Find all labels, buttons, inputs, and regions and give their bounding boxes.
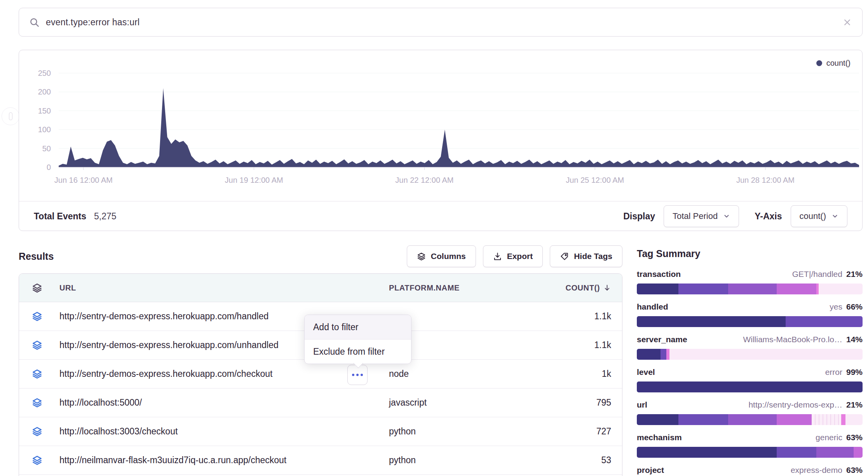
row-platform[interactable]: javascript xyxy=(389,397,502,408)
row-stack-icon-cell xyxy=(19,426,55,437)
tag-name: mechanism xyxy=(637,433,682,442)
tag-bar-segment xyxy=(637,447,777,458)
tag-item: url http://sentry-demos-exp… 21% xyxy=(637,400,863,425)
tag-item: handled yes 66% xyxy=(637,302,863,327)
yaxis-select-value: count() xyxy=(800,211,826,221)
tag-distribution-bar[interactable] xyxy=(637,414,863,425)
cell-actions-button[interactable] xyxy=(347,365,368,385)
table-row[interactable]: http://neilmanvar-flask-m3uuizd7iq-uc.a.… xyxy=(19,446,622,475)
header-stack-icon-cell[interactable] xyxy=(19,283,55,293)
column-header-count[interactable]: COUNT() xyxy=(502,284,622,292)
stack-icon xyxy=(32,397,42,408)
tag-bar-segment xyxy=(661,349,666,360)
columns-button-label: Columns xyxy=(431,252,466,261)
stack-icon xyxy=(32,340,42,350)
tag-item: level error 99% xyxy=(637,368,863,392)
tag-name: transaction xyxy=(637,270,681,279)
tag-icon xyxy=(560,252,569,261)
total-events-label: Total Events xyxy=(34,211,86,222)
tag-bar-segment xyxy=(777,284,816,294)
row-count[interactable]: 53 xyxy=(502,455,622,466)
row-stack-icon-cell xyxy=(19,340,55,350)
row-url[interactable]: http://localhost:3003/checkout xyxy=(55,426,389,437)
column-header-count-label: COUNT() xyxy=(565,284,600,292)
hide-tags-button-label: Hide Tags xyxy=(574,252,612,261)
row-url[interactable]: http://sentry-demos-express.herokuapp.co… xyxy=(55,369,389,379)
table-row[interactable]: http://localhost:5000/ javascript 795 xyxy=(19,388,622,417)
tag-name: level xyxy=(637,368,655,377)
display-select[interactable]: Total Period xyxy=(664,205,739,227)
tag-top-percent: 21% xyxy=(846,270,863,279)
row-url[interactable]: http://neilmanvar-flask-m3uuizd7iq-uc.a.… xyxy=(55,455,389,466)
tag-bar-segment xyxy=(669,349,863,360)
search-bar[interactable]: event.type:error has:url xyxy=(19,8,863,37)
chart-legend[interactable]: count() xyxy=(816,59,851,68)
svg-text:Jun 22 12:00 AM: Jun 22 12:00 AM xyxy=(395,176,453,184)
tag-distribution-bar[interactable] xyxy=(637,284,863,294)
row-count[interactable]: 727 xyxy=(502,426,622,437)
tag-top-value: Williams-MacBook-Pro.lo… xyxy=(743,335,842,344)
stack-icon xyxy=(417,252,426,261)
row-platform[interactable]: python xyxy=(389,426,502,437)
display-select-value: Total Period xyxy=(673,211,718,221)
yaxis-label: Y-Axis xyxy=(755,211,782,222)
tag-distribution-bar[interactable] xyxy=(637,316,863,327)
tag-top-percent: 99% xyxy=(846,368,863,377)
menu-item-add-to-filter[interactable]: Add to filter xyxy=(305,315,411,339)
export-button[interactable]: Export xyxy=(483,245,543,267)
chart-footer: Total Events 5,275 Display Total Period … xyxy=(19,201,862,231)
hide-tags-button[interactable]: Hide Tags xyxy=(550,245,622,267)
tag-summary-panel: Tag Summary transaction GET|/handled 21%… xyxy=(637,248,863,476)
tag-bar-segment xyxy=(728,284,777,294)
svg-text:Jun 19 12:00 AM: Jun 19 12:00 AM xyxy=(225,176,283,184)
ellipsis-icon xyxy=(352,374,354,376)
row-count[interactable]: 1k xyxy=(502,369,622,379)
columns-button[interactable]: Columns xyxy=(407,245,476,267)
row-count[interactable]: 1.1k xyxy=(502,311,622,322)
tag-bar-segment xyxy=(637,382,863,392)
tag-bar-segment xyxy=(845,414,863,425)
svg-text:0: 0 xyxy=(47,163,51,172)
tag-bar-segment xyxy=(777,447,816,458)
tag-name: project xyxy=(637,466,664,475)
row-count[interactable]: 795 xyxy=(502,397,622,408)
tag-bar-segment xyxy=(637,284,678,294)
tag-name: url xyxy=(637,400,647,410)
tag-summary-list: transaction GET|/handled 21% handled yes… xyxy=(637,270,863,476)
sidebar-collapse-icon xyxy=(9,112,12,120)
tag-top-value: http://sentry-demos-exp… xyxy=(748,400,842,410)
row-stack-icon-cell xyxy=(19,369,55,379)
table-row[interactable]: http://sentry-demos-express.herokuapp.co… xyxy=(19,360,622,388)
tag-item: transaction GET|/handled 21% xyxy=(637,270,863,294)
row-url[interactable]: http://localhost:5000/ xyxy=(55,397,389,408)
clear-search-icon[interactable] xyxy=(842,18,852,27)
tag-bar-segment xyxy=(841,414,846,425)
row-stack-icon-cell xyxy=(19,455,55,466)
sidebar-collapse-handle[interactable] xyxy=(2,107,19,125)
stack-icon xyxy=(32,455,42,466)
chevron-down-icon xyxy=(831,213,838,220)
tag-bar-segment xyxy=(812,414,841,425)
display-label: Display xyxy=(623,211,655,222)
total-events-value: 5,275 xyxy=(94,211,117,222)
stack-icon xyxy=(32,369,42,379)
column-header-platform[interactable]: PLATFORM.NAME xyxy=(389,284,502,292)
row-platform[interactable]: python xyxy=(389,455,502,466)
tag-item: project express-demo 63% xyxy=(637,466,863,476)
results-header: Results Columns Export Hide Tags xyxy=(19,245,622,268)
tag-name: server_name xyxy=(637,335,687,344)
stack-icon xyxy=(32,283,42,293)
chart-area-series xyxy=(59,88,859,167)
row-count[interactable]: 1.1k xyxy=(502,340,622,350)
tag-distribution-bar[interactable] xyxy=(637,349,863,360)
tag-distribution-bar[interactable] xyxy=(637,382,863,392)
tag-distribution-bar[interactable] xyxy=(637,447,863,458)
search-input[interactable]: event.type:error has:url xyxy=(46,17,842,28)
column-header-url[interactable]: URL xyxy=(55,284,389,292)
yaxis-select[interactable]: count() xyxy=(791,205,847,227)
tag-top-value: error xyxy=(825,368,842,377)
row-stack-icon-cell xyxy=(19,311,55,322)
row-platform[interactable]: node xyxy=(389,369,502,379)
tag-bar-segment xyxy=(666,349,670,360)
table-row[interactable]: http://localhost:3003/checkout python 72… xyxy=(19,417,622,446)
